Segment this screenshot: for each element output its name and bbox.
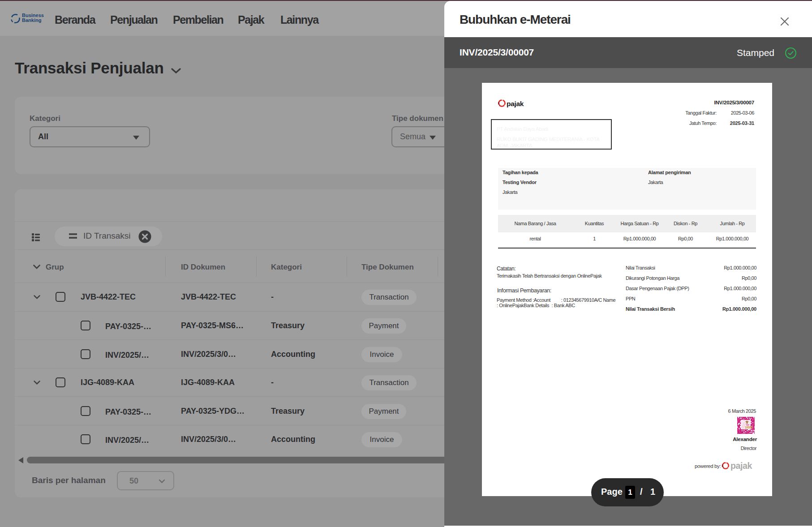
svg-text:pajak: pajak <box>507 100 524 107</box>
svg-text:pajak: pajak <box>730 461 752 471</box>
svg-text:10000: 10000 <box>745 426 753 429</box>
